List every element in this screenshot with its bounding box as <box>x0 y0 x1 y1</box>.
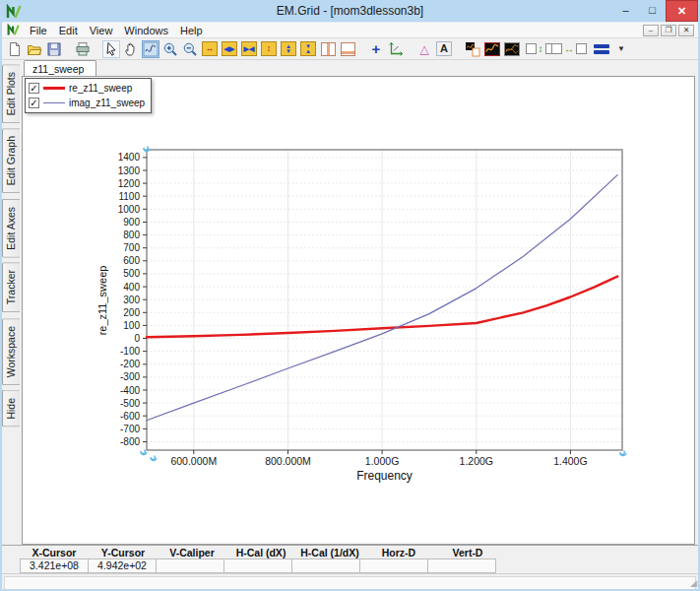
menubar: FileEditViewWindowsHelp –❐✕ <box>2 22 698 38</box>
compress-y-icon[interactable]: ▼▲ <box>299 40 317 58</box>
split-horizontal-icon[interactable] <box>339 40 356 58</box>
svg-text:-600: -600 <box>120 411 140 422</box>
legend-entry[interactable]: ✓re_z11_sweep <box>29 81 145 96</box>
window-title: EM.Grid - [mom3dlesson3b] <box>2 4 698 18</box>
document-area: z11_sweep ✓re_z11_sweep✓imag_z11_sweep r… <box>22 60 695 545</box>
toolbar: ↔◀▶▶◀↕▲▼▼▲+△A↕↔▼ <box>2 38 698 60</box>
svg-text:900: 900 <box>123 217 140 228</box>
svg-text:-100: -100 <box>120 346 140 357</box>
svg-text:0: 0 <box>134 333 140 344</box>
copy-plot-icon[interactable] <box>464 40 481 58</box>
legend: ✓re_z11_sweep✓imag_z11_sweep <box>25 78 152 113</box>
svg-text:400: 400 <box>123 282 140 293</box>
delta-caliper-icon[interactable]: △ <box>415 40 433 58</box>
bottom-strip: ◢ <box>2 573 698 589</box>
menu-item-view[interactable]: View <box>84 23 119 37</box>
svg-text:200: 200 <box>123 307 140 318</box>
layout-icon <box>594 44 609 54</box>
svg-text:500: 500 <box>123 268 140 279</box>
plot-svg[interactable]: 1400130012001100100090080070060050040030… <box>23 77 694 539</box>
side-tab-workspace[interactable]: Workspace <box>2 318 20 385</box>
doc-tab-z11-sweep[interactable]: z11_sweep <box>24 60 96 76</box>
document-logo-icon <box>7 24 20 36</box>
open-file-icon[interactable] <box>26 40 43 58</box>
legend-label: imag_z11_sweep <box>69 98 145 108</box>
select-pointer-icon[interactable] <box>102 40 120 58</box>
status-bar: X-CursorY-CursorV-CaliperH-Cal (dX)H-Cal… <box>2 545 698 573</box>
legend-checkbox[interactable]: ✓ <box>29 83 39 94</box>
zoom-in-icon[interactable] <box>161 40 179 58</box>
svg-text:1.400G: 1.400G <box>553 455 587 467</box>
menu-item-windows[interactable]: Windows <box>118 23 174 37</box>
toolbar-separator <box>94 40 100 58</box>
layout-button[interactable]: ▼ <box>589 43 630 55</box>
pan-hand-icon[interactable] <box>122 40 140 58</box>
status-value-cell: 3.421e+08 <box>20 558 89 573</box>
scale-x-controls[interactable]: ↔ <box>560 40 578 58</box>
multi-plot-icon[interactable] <box>503 40 521 58</box>
add-marker-icon[interactable]: + <box>367 40 385 58</box>
status-header-cell: H-Cal (1/dX) <box>295 547 364 558</box>
save-icon[interactable] <box>45 40 63 58</box>
menu-item-help[interactable]: Help <box>174 23 209 37</box>
resize-grip[interactable]: ◢ <box>690 578 697 588</box>
axes-tracker-icon[interactable] <box>387 40 405 58</box>
side-tab-edit-graph[interactable]: Edit Graph <box>2 128 20 193</box>
legend-entry[interactable]: ✓imag_z11_sweep <box>29 96 145 110</box>
svg-text:1100: 1100 <box>118 191 140 202</box>
plot-canvas[interactable]: ✓re_z11_sweep✓imag_z11_sweep re_z11_swee… <box>22 76 695 545</box>
toolbar-separator <box>455 40 462 58</box>
select-plot-icon[interactable] <box>142 40 159 58</box>
legend-checkbox[interactable]: ✓ <box>29 98 39 108</box>
split-vertical-icon[interactable] <box>319 40 337 58</box>
expand-x-icon[interactable]: ↔ <box>201 40 219 58</box>
svg-text:600.000M: 600.000M <box>170 455 217 467</box>
menu-item-file[interactable]: File <box>24 23 53 37</box>
svg-text:100: 100 <box>123 320 140 331</box>
status-header-cell: Y-Cursor <box>89 547 158 558</box>
side-tab-tracker[interactable]: Tracker <box>2 262 20 312</box>
side-tab-edit-axes[interactable]: Edit Axes <box>2 199 20 258</box>
close-button[interactable]: ✕ <box>666 0 698 22</box>
status-header-cell: H-Cal (dX) <box>226 547 295 558</box>
mdi-close-button[interactable]: ✕ <box>678 25 694 36</box>
side-tab-strip: Edit PlotsEdit GraphEdit AxesTrackerWork… <box>2 60 22 545</box>
svg-text:1200: 1200 <box>118 178 141 189</box>
toolbar-separator <box>358 40 365 58</box>
svg-text:1.200G: 1.200G <box>460 455 493 467</box>
status-value-cell <box>156 558 224 573</box>
compress-x-icon[interactable]: ▶◀ <box>240 40 258 58</box>
scale-y-controls[interactable]: ↕ <box>532 40 549 58</box>
stretch-x-icon[interactable]: ◀▶ <box>221 40 238 58</box>
status-value-cell: 4.942e+02 <box>88 558 157 573</box>
expand-y-icon[interactable]: ↕ <box>260 40 278 58</box>
mdi-restore-button[interactable]: ❐ <box>661 25 676 36</box>
plot-window-icon[interactable] <box>483 40 501 58</box>
legend-line-swatch <box>43 102 65 103</box>
svg-text:-200: -200 <box>120 359 140 369</box>
status-header-cell: Vert-D <box>433 547 502 558</box>
zoom-out-icon[interactable] <box>181 40 199 58</box>
main-area: Edit PlotsEdit GraphEdit AxesTrackerWork… <box>2 60 698 545</box>
app-window: EM.Grid - [mom3dlesson3b] –□✕ FileEditVi… <box>0 0 700 591</box>
minimize-button[interactable]: – <box>612 0 639 19</box>
maximize-button[interactable]: □ <box>639 0 666 19</box>
toolbar-separator <box>407 40 414 58</box>
svg-text:-500: -500 <box>120 398 140 409</box>
side-tab-hide[interactable]: Hide <box>2 390 20 427</box>
svg-text:300: 300 <box>123 295 140 305</box>
mdi-minimize-button[interactable]: – <box>643 25 659 36</box>
svg-text:600: 600 <box>123 255 140 266</box>
print-icon[interactable] <box>74 40 92 58</box>
status-value-cell <box>223 558 292 573</box>
status-value-cell <box>359 558 428 573</box>
side-tab-edit-plots[interactable]: Edit Plots <box>2 64 20 123</box>
new-file-icon[interactable] <box>6 40 24 58</box>
menu-item-edit[interactable]: Edit <box>53 23 84 37</box>
status-value-cell <box>291 558 360 573</box>
svg-text:800: 800 <box>123 230 140 240</box>
stretch-y-icon[interactable]: ▲▼ <box>280 40 297 58</box>
add-text-icon[interactable]: A <box>435 40 453 58</box>
legend-label: re_z11_sweep <box>69 83 132 94</box>
svg-text:1000: 1000 <box>118 204 141 215</box>
